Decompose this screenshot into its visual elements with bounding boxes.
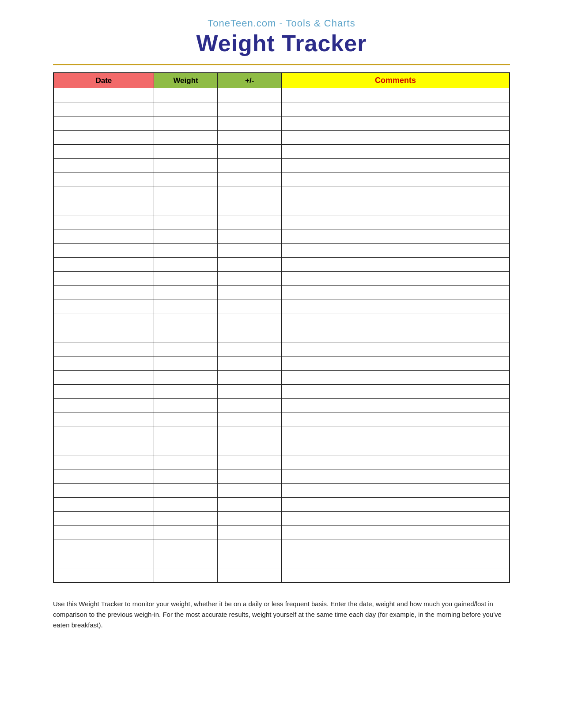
- table-row: [53, 116, 510, 131]
- table-cell: [154, 399, 218, 413]
- table-cell: [53, 286, 154, 300]
- table-row: [53, 215, 510, 229]
- table-cell: [154, 540, 218, 554]
- table-row: [53, 526, 510, 540]
- table-cell: [53, 328, 154, 342]
- table-row: [53, 498, 510, 512]
- table-cell: [281, 244, 510, 258]
- table-cell: [53, 187, 154, 201]
- table-row: [53, 102, 510, 116]
- table-cell: [154, 484, 218, 498]
- table-cell: [53, 498, 154, 512]
- table-cell: [53, 272, 154, 286]
- table-cell: [154, 554, 218, 568]
- table-cell: [281, 328, 510, 342]
- table-cell: [218, 201, 282, 215]
- table-cell: [154, 244, 218, 258]
- table-cell: [281, 173, 510, 187]
- table-row: [53, 272, 510, 286]
- table-row: [53, 173, 510, 187]
- table-row: [53, 385, 510, 399]
- description-section: Use this Weight Tracker to monitor your …: [53, 599, 510, 630]
- table-cell: [218, 116, 282, 131]
- table-cell: [154, 371, 218, 385]
- table-cell: [281, 526, 510, 540]
- table-row: [53, 469, 510, 484]
- table-cell: [218, 540, 282, 554]
- table-cell: [53, 371, 154, 385]
- table-cell: [154, 187, 218, 201]
- table-cell: [281, 131, 510, 145]
- col-header-date: Date: [53, 73, 154, 88]
- table-cell: [154, 201, 218, 215]
- table-cell: [53, 258, 154, 272]
- table-cell: [154, 328, 218, 342]
- table-cell: [53, 314, 154, 328]
- table-cell: [218, 484, 282, 498]
- table-cell: [281, 88, 510, 102]
- table-cell: [154, 131, 218, 145]
- table-cell: [154, 272, 218, 286]
- table-cell: [53, 512, 154, 526]
- table-cell: [53, 469, 154, 484]
- table-cell: [53, 526, 154, 540]
- table-cell: [53, 554, 154, 568]
- table-cell: [218, 342, 282, 356]
- page-container: ToneTeen.com - Tools & Charts Weight Tra…: [0, 0, 563, 657]
- table-cell: [154, 469, 218, 484]
- table-row: [53, 258, 510, 272]
- table-cell: [53, 385, 154, 399]
- table-cell: [154, 356, 218, 371]
- table-cell: [53, 88, 154, 102]
- table-cell: [218, 413, 282, 427]
- table-cell: [281, 314, 510, 328]
- col-header-weight: Weight: [154, 73, 218, 88]
- site-name: ToneTeen.com - Tools & Charts: [53, 18, 510, 29]
- col-header-plusminus: +/-: [218, 73, 282, 88]
- table-row: [53, 427, 510, 441]
- table-cell: [281, 512, 510, 526]
- page-title: Weight Tracker: [53, 31, 510, 56]
- table-cell: [218, 272, 282, 286]
- divider-line: [53, 64, 510, 65]
- table-row: [53, 328, 510, 342]
- table-row: [53, 484, 510, 498]
- table-cell: [218, 526, 282, 540]
- table-cell: [218, 258, 282, 272]
- table-cell: [53, 102, 154, 116]
- table-row: [53, 131, 510, 145]
- table-cell: [53, 173, 154, 187]
- table-cell: [53, 145, 154, 159]
- table-cell: [154, 229, 218, 244]
- table-row: [53, 229, 510, 244]
- table-cell: [154, 300, 218, 314]
- table-cell: [281, 187, 510, 201]
- table-cell: [281, 484, 510, 498]
- table-cell: [281, 159, 510, 173]
- table-cell: [154, 526, 218, 540]
- table-cell: [218, 554, 282, 568]
- table-cell: [53, 131, 154, 145]
- table-cell: [53, 427, 154, 441]
- table-cell: [218, 173, 282, 187]
- table-cell: [218, 371, 282, 385]
- table-cell: [218, 441, 282, 455]
- table-cell: [218, 469, 282, 484]
- table-cell: [154, 286, 218, 300]
- col-header-comments: Comments: [281, 73, 510, 88]
- table-cell: [154, 258, 218, 272]
- table-cell: [218, 356, 282, 371]
- table-cell: [53, 342, 154, 356]
- table-cell: [281, 498, 510, 512]
- table-cell: [53, 201, 154, 215]
- table-cell: [53, 441, 154, 455]
- table-row: [53, 455, 510, 469]
- table-cell: [218, 455, 282, 469]
- table-cell: [53, 455, 154, 469]
- table-row: [53, 187, 510, 201]
- table-row: [53, 201, 510, 215]
- table-cell: [218, 399, 282, 413]
- table-cell: [281, 300, 510, 314]
- table-cell: [218, 131, 282, 145]
- table-cell: [281, 399, 510, 413]
